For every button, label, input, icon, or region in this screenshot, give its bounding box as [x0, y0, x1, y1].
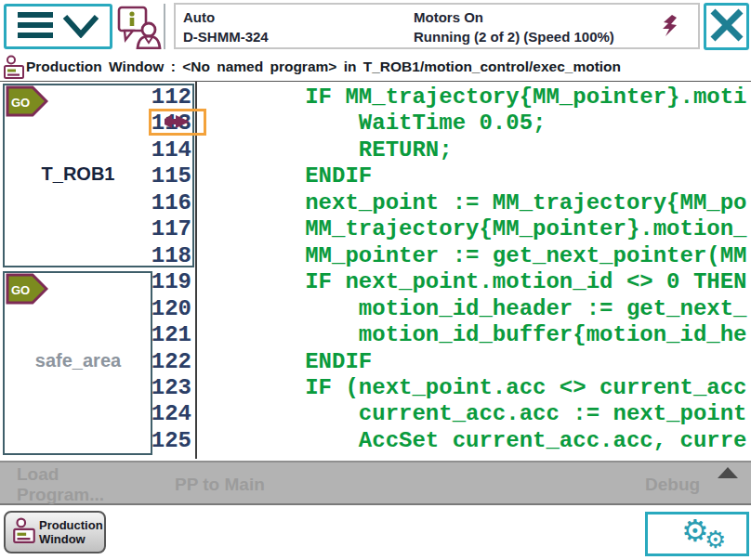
- quickset-gears-button[interactable]: ⚙ ⚙: [645, 512, 749, 556]
- code-line: IF next_point.motion_id <> 0 THEN: [198, 269, 747, 295]
- go-badge-icon: GO: [6, 85, 48, 121]
- line-number: 116: [121, 190, 191, 216]
- line-number-gutter: 1121131141151161171181191201211221231241…: [121, 0, 191, 459]
- code-line: WaitTime 0.05;: [198, 111, 546, 137]
- code-line: MM_trajectory{MM_pointer}.motion_: [198, 216, 747, 242]
- hamburger-icon: [18, 12, 55, 42]
- line-number: 118: [121, 243, 191, 269]
- main-menu-button[interactable]: [4, 4, 112, 49]
- production-window-icon: [13, 517, 35, 548]
- code-line: IF MM_trajectory{MM_pointer}.moti: [198, 85, 747, 111]
- code-line: motion_id_header := get_next_: [198, 296, 747, 322]
- line-number: 112: [121, 85, 191, 111]
- gutter-code-divider: [195, 82, 197, 459]
- line-number: 119: [121, 269, 191, 295]
- flexpendant-screen: Auto D-SHMM-324 Motors On Running (2 of …: [0, 0, 751, 560]
- production-window-button-label: Production Window: [39, 518, 103, 546]
- line-number: 122: [121, 349, 191, 375]
- load-program-button[interactable]: Load Program...: [17, 464, 104, 504]
- line-number: 121: [121, 322, 191, 348]
- production-window-icon: [4, 55, 24, 84]
- production-window-taskbar-button[interactable]: Production Window: [4, 511, 106, 553]
- program-pointer-icon: [164, 113, 191, 134]
- line-number: 114: [121, 137, 191, 163]
- pp-to-main-button[interactable]: PP to Main: [175, 475, 265, 495]
- debug-button[interactable]: Debug: [645, 475, 700, 495]
- line-number: 117: [121, 216, 191, 242]
- svg-text:GO: GO: [11, 96, 30, 110]
- collapse-arrow-icon[interactable]: [718, 467, 738, 478]
- code-line: MM_pointer := get_next_pointer(MM: [198, 243, 747, 269]
- line-number: 120: [121, 296, 191, 322]
- code-line: ENDIF: [198, 349, 372, 375]
- svg-text:GO: GO: [11, 283, 30, 297]
- code-line: AccSet current_acc.acc, curre: [198, 428, 747, 454]
- gear-icon: ⚙: [705, 527, 726, 552]
- bottom-menu-bar: Load Program... PP to Main Debug: [0, 461, 751, 505]
- line-number: 125: [121, 428, 191, 454]
- code-line: ENDIF: [198, 163, 372, 189]
- code-line: next_point := MM_trajectory{MM_po: [198, 190, 747, 216]
- code-line: current_acc.acc := next_point: [198, 401, 747, 427]
- chevron-down-icon: [62, 12, 99, 42]
- code-line: RETURN;: [198, 137, 453, 163]
- line-number: 123: [121, 375, 191, 401]
- code-line: motion_id_buffer{motion_id_he: [198, 322, 747, 348]
- code-line: IF (next_point.acc <> current_acc: [198, 375, 747, 401]
- go-badge-icon: GO: [6, 273, 48, 308]
- code-area[interactable]: IF MM_trajectory{MM_pointer}.moti WaitTi…: [198, 0, 751, 459]
- line-number: 115: [121, 163, 191, 189]
- line-number: 124: [121, 401, 191, 427]
